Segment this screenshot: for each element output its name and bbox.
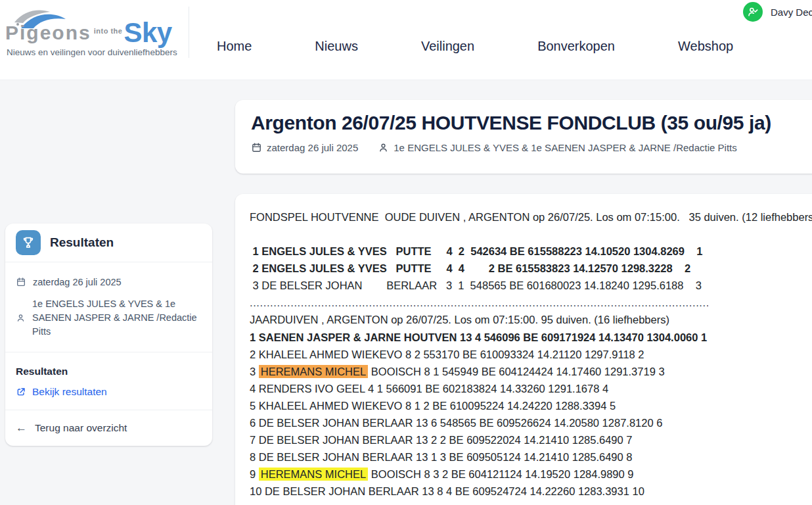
results-sidebar: Resultaten zaterdag 26 juli 2025 1e ENGE… <box>5 224 212 446</box>
article-meta: zaterdag 26 juli 2025 1e ENGELS JULES & … <box>251 142 812 153</box>
result-line: 3 HEREMANS MICHEL BOOISCH 8 1 545949 BE … <box>250 363 812 380</box>
sidebar-info: zaterdag 26 juli 2025 1e ENGELS JULES & … <box>5 262 212 352</box>
terug-naar-overzicht-link[interactable]: ← Terug naar overzicht <box>5 410 212 446</box>
site-header: Pigeonsinto theSky Nieuws en veilingen v… <box>0 0 812 80</box>
user-name: Davy Decl <box>771 7 812 18</box>
trophy-icon <box>16 230 41 255</box>
result-line: 1 SAENEN JASPER & JARNE HOUTVEN 13 4 546… <box>250 329 812 346</box>
yearlings-intro: JAARDUIVEN , ARGENTON op 26/07/25. Los o… <box>250 311 812 328</box>
results-content-card: FONDSPEL HOUTVENNE OUDE DUIVEN , ARGENTO… <box>235 194 812 505</box>
calendar-icon <box>251 142 262 153</box>
bekijk-resultaten-link[interactable]: Bekijk resultaten <box>16 386 202 398</box>
sidebar-date: zaterdag 26 juli 2025 <box>16 277 202 287</box>
external-link-icon <box>16 387 26 397</box>
header-divider <box>189 7 189 58</box>
sidebar-results-section: Resultaten Bekijk resultaten <box>5 352 212 410</box>
main-nav: HomeNieuwsVeilingenBonverkopenWebshop <box>217 32 733 61</box>
highlighted-name: HEREMANS MICHEL <box>259 365 368 378</box>
user-avatar-icon <box>743 2 763 22</box>
highlighted-name: HEREMANS MICHEL <box>259 468 368 481</box>
nav-item-bonverkopen[interactable]: Bonverkopen <box>537 39 615 54</box>
result-line: 9 HEREMANS MICHEL BOOISCH 8 3 2 BE 60412… <box>250 466 812 483</box>
nav-item-veilingen[interactable]: Veilingen <box>421 39 474 54</box>
result-line: 6 DE BELSER JOHAN BERLAAR 13 6 548565 BE… <box>250 414 812 431</box>
results-label: Resultaten <box>16 366 202 377</box>
result-line: 3 DE BELSER JOHAN BERLAAR 3 1 548565 BE … <box>250 277 812 294</box>
article-date: zaterdag 26 juli 2025 <box>251 142 358 153</box>
page-title: Argenton 26/07/25 HOUTVENSE FONDCLUB (35… <box>251 112 812 134</box>
sidebar-title: Resultaten <box>50 235 114 250</box>
logo-word-sky: Sky <box>124 17 171 48</box>
logo-tagline: Nieuws en veilingen voor duivenliefhebbe… <box>7 47 177 57</box>
article-header-card: Argenton 26/07/25 HOUTVENSE FONDCLUB (35… <box>235 100 812 174</box>
nav-item-home[interactable]: Home <box>217 39 252 54</box>
person-icon <box>378 142 389 153</box>
logo-word-pigeons: Pigeons <box>5 22 91 43</box>
sidebar-author: 1e ENGELS JULES & YVES & 1e SAENEN JASPE… <box>16 297 202 339</box>
nav-item-nieuws[interactable]: Nieuws <box>315 39 358 54</box>
result-line: 10 DE BELSER JOHAN BERLAAR 13 8 4 BE 609… <box>250 483 812 500</box>
old-birds-lines: 1 ENGELS JULES & YVES PUTTE 4 2 542634 B… <box>250 243 812 294</box>
article-author: 1e ENGELS JULES & YVES & 1e SAENEN JASPE… <box>378 142 736 153</box>
result-line: 1 ENGELS JULES & YVES PUTTE 4 2 542634 B… <box>250 243 812 260</box>
result-line: 8 DE BELSER JOHAN BERLAAR 13 1 3 BE 6095… <box>250 448 812 466</box>
person-icon <box>16 313 26 323</box>
site-logo[interactable]: Pigeonsinto theSky Nieuws en veilingen v… <box>4 3 181 68</box>
user-chip[interactable]: Davy Decl <box>743 2 812 22</box>
result-line: 7 DE BELSER JOHAN BERLAAR 13 2 2 BE 6095… <box>250 431 812 448</box>
arrow-left-icon: ← <box>16 421 27 435</box>
dotted-separator: ........................................… <box>250 294 708 311</box>
calendar-icon <box>16 277 26 287</box>
yearlings-lines: 1 SAENEN JASPER & JARNE HOUTVEN 13 4 546… <box>250 329 812 500</box>
result-line: 2 ENGELS JULES & YVES PUTTE 4 4 2 BE 615… <box>250 260 812 277</box>
result-line: 2 KHALEEL AHMED WIEKEVO 8 2 553170 BE 61… <box>250 346 812 363</box>
nav-item-webshop[interactable]: Webshop <box>678 39 733 54</box>
sidebar-header: Resultaten <box>5 224 212 262</box>
old-birds-intro: FONDSPEL HOUTVENNE OUDE DUIVEN , ARGENTO… <box>250 208 812 226</box>
logo-word-intothe: into the <box>94 27 123 35</box>
result-line: 5 KHALEEL AHMED WIEKEVO 8 1 2 BE 6100952… <box>250 397 812 414</box>
result-line: 4 RENDERS IVO GEEL 4 1 566091 BE 6021838… <box>250 380 812 397</box>
